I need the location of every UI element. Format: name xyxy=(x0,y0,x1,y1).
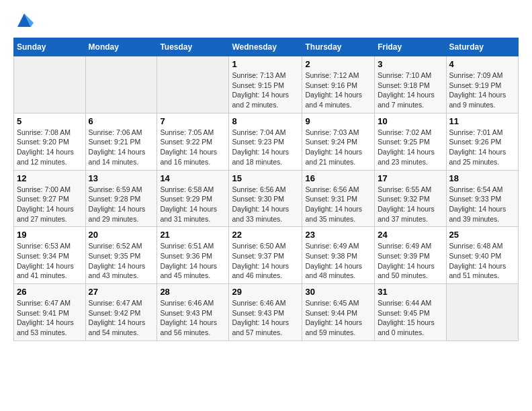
day-info: Sunrise: 7:10 AMSunset: 9:18 PMDaylight:… xyxy=(378,71,443,110)
column-header-thursday: Thursday xyxy=(302,38,375,56)
header-row: SundayMondayTuesdayWednesdayThursdayFrid… xyxy=(14,38,519,56)
day-number: 3 xyxy=(378,59,443,69)
column-header-wednesday: Wednesday xyxy=(229,38,302,56)
calendar-cell: 19 Sunrise: 6:53 AMSunset: 9:34 PMDaylig… xyxy=(14,227,86,284)
day-info: Sunrise: 7:00 AMSunset: 9:27 PMDaylight:… xyxy=(17,185,83,224)
day-info: Sunrise: 6:51 AMSunset: 9:36 PMDaylight:… xyxy=(160,241,226,281)
day-number: 19 xyxy=(17,230,83,240)
day-info: Sunrise: 6:47 AMSunset: 9:41 PMDaylight:… xyxy=(17,298,83,338)
day-info: Sunrise: 6:46 AMSunset: 9:43 PMDaylight:… xyxy=(232,298,299,338)
day-info: Sunrise: 6:48 AMSunset: 9:40 PMDaylight:… xyxy=(449,241,515,281)
day-info: Sunrise: 7:05 AMSunset: 9:22 PMDaylight:… xyxy=(160,128,226,167)
calendar-cell: 8 Sunrise: 7:04 AMSunset: 9:23 PMDayligh… xyxy=(229,113,302,170)
day-info: Sunrise: 6:59 AMSunset: 9:28 PMDaylight:… xyxy=(89,185,154,224)
day-number: 21 xyxy=(160,230,226,240)
day-number: 27 xyxy=(89,287,154,297)
day-number: 20 xyxy=(89,230,154,240)
calendar-body: 1 Sunrise: 7:13 AMSunset: 9:15 PMDayligh… xyxy=(14,56,519,341)
day-info: Sunrise: 6:58 AMSunset: 9:29 PMDaylight:… xyxy=(160,185,226,224)
calendar-cell: 12 Sunrise: 7:00 AMSunset: 9:27 PMDaylig… xyxy=(14,170,86,227)
calendar-cell: 29 Sunrise: 6:46 AMSunset: 9:43 PMDaylig… xyxy=(229,284,302,341)
day-number: 26 xyxy=(17,287,83,297)
day-number: 5 xyxy=(17,116,83,126)
day-info: Sunrise: 7:09 AMSunset: 9:19 PMDaylight:… xyxy=(449,71,515,110)
day-info: Sunrise: 6:56 AMSunset: 9:31 PMDaylight:… xyxy=(305,185,371,224)
page: SundayMondayTuesdayWednesdayThursdayFrid… xyxy=(0,0,532,352)
calendar-header: SundayMondayTuesdayWednesdayThursdayFrid… xyxy=(14,38,519,56)
column-header-sunday: Sunday xyxy=(14,38,86,56)
day-info: Sunrise: 6:56 AMSunset: 9:30 PMDaylight:… xyxy=(232,185,299,224)
day-number: 10 xyxy=(378,116,443,126)
day-info: Sunrise: 6:45 AMSunset: 9:44 PMDaylight:… xyxy=(305,298,371,338)
calendar-cell: 24 Sunrise: 6:49 AMSunset: 9:39 PMDaylig… xyxy=(375,227,446,284)
day-info: Sunrise: 7:06 AMSunset: 9:21 PMDaylight:… xyxy=(89,128,154,167)
calendar-cell: 4 Sunrise: 7:09 AMSunset: 9:19 PMDayligh… xyxy=(446,56,518,113)
day-number: 30 xyxy=(305,287,371,297)
week-row: 19 Sunrise: 6:53 AMSunset: 9:34 PMDaylig… xyxy=(14,227,519,284)
day-number: 1 xyxy=(232,59,299,69)
header xyxy=(13,11,519,32)
day-info: Sunrise: 6:49 AMSunset: 9:39 PMDaylight:… xyxy=(378,241,443,281)
day-number: 9 xyxy=(305,116,371,126)
day-info: Sunrise: 7:01 AMSunset: 9:26 PMDaylight:… xyxy=(449,128,515,167)
day-info: Sunrise: 6:49 AMSunset: 9:38 PMDaylight:… xyxy=(305,241,371,281)
calendar-cell: 22 Sunrise: 6:50 AMSunset: 9:37 PMDaylig… xyxy=(229,227,302,284)
day-number: 12 xyxy=(17,173,83,183)
day-number: 28 xyxy=(160,287,226,297)
day-info: Sunrise: 7:02 AMSunset: 9:25 PMDaylight:… xyxy=(378,128,443,167)
calendar-cell: 18 Sunrise: 6:54 AMSunset: 9:33 PMDaylig… xyxy=(446,170,518,227)
day-info: Sunrise: 6:55 AMSunset: 9:32 PMDaylight:… xyxy=(378,185,443,224)
calendar-cell: 10 Sunrise: 7:02 AMSunset: 9:25 PMDaylig… xyxy=(375,113,446,170)
day-info: Sunrise: 7:04 AMSunset: 9:23 PMDaylight:… xyxy=(232,128,299,167)
calendar-cell: 21 Sunrise: 6:51 AMSunset: 9:36 PMDaylig… xyxy=(157,227,229,284)
day-number: 7 xyxy=(160,116,226,126)
day-info: Sunrise: 7:13 AMSunset: 9:15 PMDaylight:… xyxy=(232,71,299,110)
calendar-cell: 3 Sunrise: 7:10 AMSunset: 9:18 PMDayligh… xyxy=(375,56,446,113)
calendar-cell: 9 Sunrise: 7:03 AMSunset: 9:24 PMDayligh… xyxy=(302,113,375,170)
day-number: 11 xyxy=(449,116,515,126)
calendar-cell: 23 Sunrise: 6:49 AMSunset: 9:38 PMDaylig… xyxy=(302,227,375,284)
calendar-cell: 7 Sunrise: 7:05 AMSunset: 9:22 PMDayligh… xyxy=(157,113,229,170)
day-info: Sunrise: 6:46 AMSunset: 9:43 PMDaylight:… xyxy=(160,298,226,338)
day-number: 23 xyxy=(305,230,371,240)
day-number: 18 xyxy=(449,173,515,183)
calendar-cell: 6 Sunrise: 7:06 AMSunset: 9:21 PMDayligh… xyxy=(85,113,157,170)
calendar-cell: 17 Sunrise: 6:55 AMSunset: 9:32 PMDaylig… xyxy=(375,170,446,227)
week-row: 26 Sunrise: 6:47 AMSunset: 9:41 PMDaylig… xyxy=(14,284,519,341)
calendar-cell: 28 Sunrise: 6:46 AMSunset: 9:43 PMDaylig… xyxy=(157,284,229,341)
logo xyxy=(13,11,34,32)
day-info: Sunrise: 6:53 AMSunset: 9:34 PMDaylight:… xyxy=(17,241,83,281)
day-info: Sunrise: 7:03 AMSunset: 9:24 PMDaylight:… xyxy=(305,128,371,167)
day-number: 25 xyxy=(449,230,515,240)
day-info: Sunrise: 6:50 AMSunset: 9:37 PMDaylight:… xyxy=(232,241,299,281)
logo-icon xyxy=(15,11,34,30)
calendar-cell: 20 Sunrise: 6:52 AMSunset: 9:35 PMDaylig… xyxy=(85,227,157,284)
column-header-friday: Friday xyxy=(375,38,446,56)
day-number: 4 xyxy=(449,59,515,69)
day-info: Sunrise: 7:12 AMSunset: 9:16 PMDaylight:… xyxy=(305,71,371,110)
day-number: 22 xyxy=(232,230,299,240)
calendar-cell xyxy=(85,56,157,113)
calendar-cell: 31 Sunrise: 6:44 AMSunset: 9:45 PMDaylig… xyxy=(375,284,446,341)
calendar-cell xyxy=(157,56,229,113)
day-info: Sunrise: 7:08 AMSunset: 9:20 PMDaylight:… xyxy=(17,128,83,167)
calendar-cell: 27 Sunrise: 6:47 AMSunset: 9:42 PMDaylig… xyxy=(85,284,157,341)
calendar-cell: 13 Sunrise: 6:59 AMSunset: 9:28 PMDaylig… xyxy=(85,170,157,227)
day-number: 29 xyxy=(232,287,299,297)
calendar-table: SundayMondayTuesdayWednesdayThursdayFrid… xyxy=(13,38,519,341)
day-number: 6 xyxy=(89,116,154,126)
calendar-cell: 26 Sunrise: 6:47 AMSunset: 9:41 PMDaylig… xyxy=(14,284,86,341)
week-row: 12 Sunrise: 7:00 AMSunset: 9:27 PMDaylig… xyxy=(14,170,519,227)
day-info: Sunrise: 6:52 AMSunset: 9:35 PMDaylight:… xyxy=(89,241,154,281)
week-row: 5 Sunrise: 7:08 AMSunset: 9:20 PMDayligh… xyxy=(14,113,519,170)
day-number: 17 xyxy=(378,173,443,183)
column-header-tuesday: Tuesday xyxy=(157,38,229,56)
week-row: 1 Sunrise: 7:13 AMSunset: 9:15 PMDayligh… xyxy=(14,56,519,113)
calendar-cell: 25 Sunrise: 6:48 AMSunset: 9:40 PMDaylig… xyxy=(446,227,518,284)
day-number: 2 xyxy=(305,59,371,69)
calendar-cell: 15 Sunrise: 6:56 AMSunset: 9:30 PMDaylig… xyxy=(229,170,302,227)
column-header-monday: Monday xyxy=(85,38,157,56)
day-info: Sunrise: 6:44 AMSunset: 9:45 PMDaylight:… xyxy=(378,298,443,338)
calendar-cell xyxy=(14,56,86,113)
calendar-cell: 5 Sunrise: 7:08 AMSunset: 9:20 PMDayligh… xyxy=(14,113,86,170)
